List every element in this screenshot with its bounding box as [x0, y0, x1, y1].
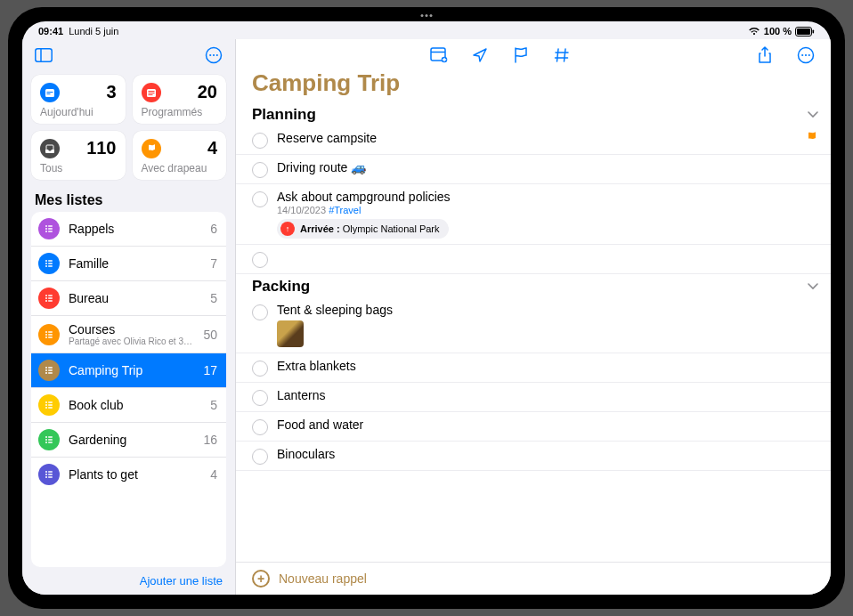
complete-checkbox[interactable] — [252, 449, 268, 465]
list-row-gardening[interactable]: Gardening 16 — [31, 422, 226, 457]
smart-lists-grid: 3 Aujourd'hui 20 Programmés 110 Tous 4 A… — [22, 69, 235, 185]
list-row-famille[interactable]: Famille 7 — [31, 246, 226, 280]
complete-checkbox[interactable] — [252, 133, 268, 149]
smart-count: 4 — [207, 138, 217, 158]
svg-rect-27 — [48, 265, 53, 266]
svg-point-8 — [216, 54, 218, 56]
list-icon — [38, 360, 60, 381]
reminder-row[interactable]: Binoculars — [236, 442, 831, 471]
svg-point-48 — [45, 404, 47, 406]
reminder-row[interactable]: Lanterns — [236, 383, 831, 412]
reminder-title: Reserve campsite — [277, 131, 797, 145]
smart-card-avecdrapeau[interactable]: 4 Avec drapeau — [133, 131, 227, 180]
share-button[interactable] — [752, 43, 777, 68]
flag-button[interactable] — [508, 43, 533, 68]
plus-icon: + — [252, 570, 270, 588]
smart-label: Tous — [40, 162, 117, 174]
svg-rect-13 — [148, 91, 154, 92]
complete-checkbox[interactable] — [252, 191, 268, 207]
svg-rect-47 — [48, 401, 53, 402]
status-time: 09:41 — [38, 26, 63, 36]
complete-checkbox[interactable] — [252, 162, 268, 178]
reminder-tag[interactable]: #Travel — [329, 205, 361, 215]
arrival-pin-icon: ↑ — [280, 222, 295, 236]
toggle-sidebar-button[interactable] — [31, 43, 56, 68]
hashtag-button[interactable] — [549, 43, 574, 68]
complete-checkbox[interactable] — [252, 304, 268, 320]
reminders-scroll[interactable]: Planning Reserve campsite Driving route … — [236, 102, 831, 562]
reminder-row[interactable]: Extra blankets — [236, 353, 831, 383]
chevron-down-icon — [808, 283, 818, 290]
reminder-title: Food and water — [277, 417, 818, 432]
app-container: 3 Aujourd'hui 20 Programmés 110 Tous 4 A… — [22, 39, 831, 595]
reminder-row[interactable]: Driving route 🚙 — [236, 155, 831, 184]
smart-card-tous[interactable]: 110 Tous — [31, 131, 126, 180]
attachment-thumbnail[interactable] — [277, 320, 304, 347]
complete-checkbox[interactable] — [252, 419, 268, 435]
list-row-rappels[interactable]: Rappels 6 — [31, 212, 226, 246]
smart-label: Programmés — [142, 106, 218, 118]
list-row-camping-trip[interactable]: Camping Trip 17 — [31, 353, 226, 387]
list-icon — [38, 324, 60, 345]
svg-rect-10 — [47, 92, 53, 93]
location-chip[interactable]: ↑Arrivée : Olympic National Park — [277, 219, 449, 239]
reminder-row[interactable]: Tent & sleeping bags — [236, 297, 831, 353]
reminder-row[interactable]: Reserve campsite — [236, 126, 831, 155]
list-name: CoursesPartagé avec Olivia Rico et 3… — [69, 322, 194, 346]
list-row-courses[interactable]: CoursesPartagé avec Olivia Rico et 3… 50 — [31, 315, 226, 353]
list-subtext: Partagé avec Olivia Rico et 3… — [69, 336, 194, 346]
list-name: Camping Trip — [69, 363, 194, 377]
svg-point-6 — [209, 54, 211, 56]
svg-point-62 — [45, 476, 47, 478]
group-title: Packing — [252, 278, 310, 296]
group-header-packing[interactable]: Packing — [236, 274, 831, 297]
group-title: Planning — [252, 106, 316, 124]
list-name: Gardening — [69, 433, 194, 447]
svg-rect-43 — [48, 369, 53, 370]
main-toolbar — [236, 39, 831, 68]
smart-card-programms[interactable]: 20 Programmés — [133, 75, 227, 124]
reminder-title: Driving route 🚙 — [277, 160, 818, 174]
template-button[interactable] — [426, 43, 451, 68]
my-lists-header: Mes listes — [22, 185, 235, 212]
svg-point-28 — [45, 295, 47, 296]
svg-rect-35 — [48, 331, 53, 332]
svg-rect-25 — [48, 263, 53, 263]
list-row-bureau[interactable]: Bureau 5 — [31, 280, 226, 315]
tray-icon — [40, 139, 60, 158]
status-date: Lundi 5 juin — [69, 26, 118, 36]
svg-rect-45 — [48, 372, 53, 373]
svg-point-20 — [45, 231, 47, 232]
smart-label: Aujourd'hui — [40, 106, 117, 118]
svg-point-38 — [45, 336, 47, 338]
svg-point-68 — [801, 54, 803, 56]
calendar-icon — [40, 83, 60, 102]
smart-count: 110 — [86, 138, 116, 158]
svg-rect-21 — [48, 231, 53, 231]
add-list-button[interactable]: Ajouter une liste — [22, 567, 235, 595]
list-row-book-club[interactable]: Book club 5 — [31, 387, 226, 422]
complete-checkbox[interactable] — [252, 252, 268, 268]
complete-checkbox[interactable] — [252, 361, 268, 377]
sidebar: 3 Aujourd'hui 20 Programmés 110 Tous 4 A… — [22, 39, 236, 595]
list-row-plants-to-get[interactable]: Plants to get 4 — [31, 457, 226, 491]
list-name: Bureau — [69, 291, 201, 305]
new-reminder-button[interactable]: + Nouveau rappel — [236, 562, 831, 595]
location-button[interactable] — [467, 43, 492, 68]
svg-point-36 — [45, 334, 47, 336]
sidebar-more-button[interactable] — [201, 43, 226, 68]
svg-rect-61 — [48, 474, 53, 474]
main-more-button[interactable] — [793, 43, 818, 68]
smart-card-aujourdhui[interactable]: 3 Aujourd'hui — [31, 75, 126, 124]
svg-rect-15 — [148, 94, 152, 95]
group-header-planning[interactable]: Planning — [236, 102, 831, 126]
reminder-row[interactable]: Ask about campground policies14/10/2023 … — [236, 184, 831, 245]
svg-point-50 — [45, 407, 47, 409]
svg-point-69 — [805, 54, 807, 56]
reminder-row[interactable] — [236, 245, 831, 274]
reminder-row[interactable]: Food and water — [236, 412, 831, 442]
svg-point-32 — [45, 300, 47, 302]
svg-point-7 — [213, 54, 215, 56]
svg-rect-19 — [48, 228, 53, 229]
complete-checkbox[interactable] — [252, 390, 268, 406]
